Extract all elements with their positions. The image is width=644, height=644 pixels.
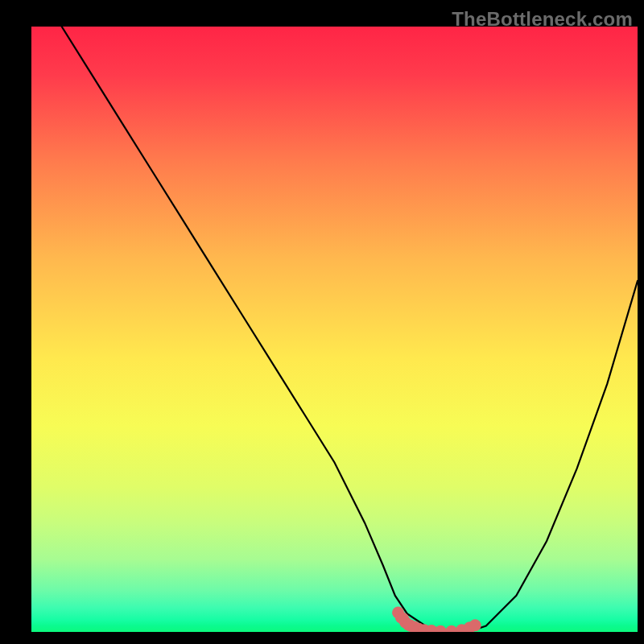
highlight-marker — [435, 625, 447, 632]
plot-area — [31, 27, 638, 632]
highlight-markers — [31, 27, 638, 632]
chart-container: TheBottleneck.com — [0, 0, 644, 644]
highlight-marker — [469, 619, 481, 631]
watermark-text: TheBottleneck.com — [452, 8, 633, 31]
highlight-marker — [445, 625, 457, 632]
